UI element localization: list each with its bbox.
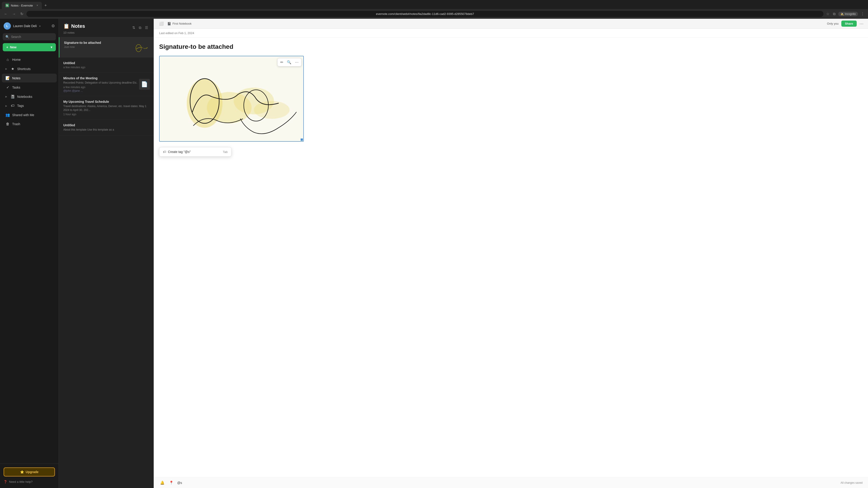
back-button[interactable]: ← <box>3 11 9 17</box>
tag-input[interactable] <box>177 481 217 485</box>
help-label: Need a little help? <box>9 480 33 484</box>
tab-label: Tab <box>223 150 228 154</box>
address-bar-row: ← → ↻ ☆ ⧉ 🕵 Incognito ⋮ <box>0 9 868 19</box>
tasks-icon: ✓ <box>5 85 10 90</box>
bookmark-button[interactable]: ☆ <box>825 11 830 17</box>
sidebar-item-tasks[interactable]: ✓ Tasks <box>2 83 57 92</box>
location-button[interactable]: 📍 <box>168 480 175 486</box>
note-tags: @john @jane ... <box>63 89 149 92</box>
upgrade-icon: ⭐ <box>20 470 24 474</box>
sidebar-item-trash[interactable]: 🗑 Trash <box>2 120 57 128</box>
share-button[interactable]: Share <box>841 21 857 27</box>
new-button-chevron-icon: ▾ <box>51 45 52 49</box>
note-title: Minutes of the Meeting <box>63 76 149 80</box>
sidebar-item-notes[interactable]: 📝 Notes <box>2 74 57 83</box>
notebook-icon: 📓 <box>167 22 171 26</box>
notes-icon: 📝 <box>5 76 10 80</box>
note-preview: Travel destinations: Alaska, America, De… <box>63 104 149 112</box>
notes-count: 10 notes <box>63 31 149 34</box>
sidebar-item-shared[interactable]: 👥 Shared with Me <box>2 110 57 119</box>
note-title: Untitled <box>63 61 149 65</box>
tag-create-dropdown: 🏷 Create tag "@s" Tab <box>159 147 231 157</box>
sidebar: L Lauren Dale Deli ▾ ⚙ 🔍 Search + New ▾ … <box>0 19 59 488</box>
note-preview: About this template Use this template as… <box>63 128 149 132</box>
draw-tool-button[interactable]: ✏ <box>279 59 284 65</box>
notes-list-header: 📋 Notes ⇅ ⧉ ☰ 10 notes <box>59 19 153 37</box>
editor-toolbar: ⬜ 📓 First Notebook Only you Share ⋯ <box>154 19 868 29</box>
svg-point-4 <box>254 101 289 119</box>
tab-close-button[interactable]: × <box>37 4 38 7</box>
sidebar-item-home[interactable]: ⌂ Home <box>2 55 57 64</box>
help-icon: ❓ <box>4 480 7 484</box>
create-tag-label: Create tag "@s" <box>168 150 191 154</box>
signature-svg <box>160 56 303 141</box>
tag-create-icon: 🏷 <box>163 150 166 154</box>
sidebar-item-notebooks[interactable]: ▶ 📓 Notebooks <box>2 92 57 101</box>
note-time: a few minutes ago <box>63 66 149 69</box>
browser-chrome: 🐘 Notes - Evernote × + ← → ↻ ☆ ⧉ 🕵 Incog… <box>0 0 868 19</box>
sort-button[interactable]: ⇅ <box>131 25 136 31</box>
notebook-name: First Notebook <box>173 22 192 25</box>
filter-button[interactable]: ⧉ <box>138 25 142 31</box>
forward-button[interactable]: → <box>11 11 17 17</box>
save-status: All changes saved <box>841 481 863 484</box>
toolbar-right: Only you Share ⋯ <box>827 21 864 27</box>
sidebar-item-shortcuts[interactable]: ▶ ★ Shortcuts <box>2 64 57 73</box>
sidebar-item-label: Notebooks <box>17 95 32 98</box>
home-icon: ⌂ <box>5 58 10 62</box>
more-button[interactable]: ⋮ <box>860 11 865 17</box>
address-input[interactable] <box>26 11 824 17</box>
more-options-button[interactable]: ⋯ <box>294 59 300 65</box>
note-time: 1 hour ago <box>63 113 149 116</box>
reload-button[interactable]: ↻ <box>19 11 25 17</box>
sidebar-item-tags[interactable]: ▶ 🏷 Tags <box>2 101 57 110</box>
settings-button[interactable]: ⚙ <box>51 24 55 29</box>
view-toggle-button[interactable]: ☰ <box>144 25 149 31</box>
editor-footer: 🔔 📍 All changes saved <box>154 477 868 488</box>
new-button[interactable]: + New ▾ <box>3 43 56 51</box>
note-item-signature[interactable]: Signature-to be attached Just now <box>59 37 153 58</box>
notes-items: Signature-to be attached Just now Untitl… <box>59 37 153 488</box>
active-tab[interactable]: 🐘 Notes - Evernote × <box>2 2 42 9</box>
reminder-button[interactable]: 🔔 <box>159 480 165 486</box>
signature-drawing-container: ✏ 🔍 ⋯ <box>159 56 304 142</box>
footer-left: 🔔 📍 <box>159 480 217 486</box>
zoom-button[interactable]: 🔍 <box>286 59 292 65</box>
search-bar[interactable]: 🔍 Search <box>3 33 56 40</box>
note-content[interactable]: Signature-to be attached ✏ 🔍 ⋯ <box>154 38 868 477</box>
note-item-minutes[interactable]: Minutes of the Meeting Recorded Points: … <box>59 73 153 96</box>
notebook-breadcrumb[interactable]: 📓 First Notebook <box>167 22 192 26</box>
browser-actions: ☆ ⧉ 🕵 Incognito ⋮ <box>825 11 865 17</box>
note-item-travel[interactable]: My Upcoming Travel Schedule Travel desti… <box>59 96 153 120</box>
sidebar-item-label: Trash <box>12 122 20 126</box>
note-time: a few minutes ago <box>63 86 149 89</box>
shortcuts-expand-icon: ▶ <box>5 68 7 70</box>
collapse-sidebar-button[interactable]: ⬜ <box>158 21 164 27</box>
sidebar-item-label: Shared with Me <box>12 113 34 117</box>
note-item-untitled[interactable]: Untitled a few minutes ago <box>59 58 153 73</box>
tags-expand-icon: ▶ <box>5 105 7 107</box>
user-info[interactable]: L Lauren Dale Deli ▾ <box>4 22 40 30</box>
editor-more-button[interactable]: ⋯ <box>860 21 864 26</box>
note-item-untitled2[interactable]: Untitled About this template Use this te… <box>59 120 153 135</box>
note-editor: ⬜ 📓 First Notebook Only you Share ⋯ Last… <box>154 19 868 488</box>
new-tab-button[interactable]: + <box>43 2 49 9</box>
sidebar-item-label: Home <box>12 58 21 61</box>
toolbar-left: ⬜ 📓 First Notebook <box>158 21 192 27</box>
note-signature-thumbnail <box>132 42 150 53</box>
notebooks-icon: 📓 <box>10 94 15 99</box>
signature-toolbar: ✏ 🔍 ⋯ <box>277 58 302 66</box>
note-file-thumbnail: 📄 <box>139 79 150 90</box>
upgrade-button[interactable]: ⭐ Upgrade <box>4 467 55 477</box>
notes-list-title-text: Notes <box>71 23 85 29</box>
incognito-badge: 🕵 Incognito <box>838 12 858 16</box>
search-label: Search <box>11 35 21 39</box>
split-view-button[interactable]: ⧉ <box>832 11 836 17</box>
notes-list-title-icon: 📋 <box>63 23 69 29</box>
plus-icon: + <box>6 45 8 49</box>
help-link[interactable]: ❓ Need a little help? <box>4 479 55 484</box>
resize-handle[interactable] <box>301 138 303 141</box>
incognito-icon: 🕵 <box>840 12 844 15</box>
username: Lauren Dale Deli <box>13 24 37 28</box>
note-title-heading: Signature-to be attached <box>159 43 863 51</box>
